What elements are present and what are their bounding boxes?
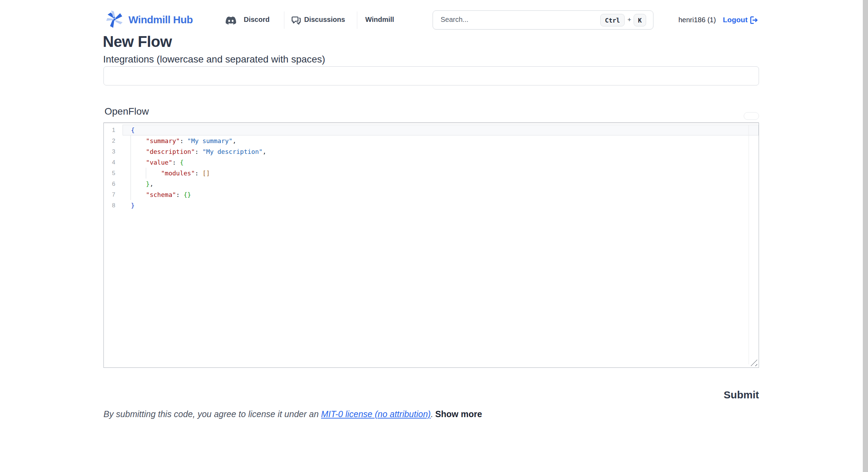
logo-title[interactable]: Windmill Hub (128, 14, 193, 26)
openflow-code-editor[interactable]: 12345678 { "summary": "My summary", "des… (103, 123, 759, 368)
code-line[interactable]: "summary": "My summary", (123, 135, 759, 146)
line-number: 1 (104, 125, 115, 135)
discussions-icon (292, 16, 301, 25)
kbd-plus: + (627, 16, 631, 24)
line-number: 7 (104, 189, 115, 200)
search-input[interactable]: Search... Ctrl + K (433, 10, 653, 30)
line-number: 2 (104, 135, 115, 146)
nav-discussions[interactable]: Discussions (304, 16, 345, 24)
line-number: 6 (104, 179, 115, 189)
nav-separator (357, 11, 357, 29)
indent-guide (131, 135, 131, 200)
indent-guide (146, 168, 146, 179)
line-number: 4 (104, 157, 115, 168)
logout-icon[interactable] (749, 15, 759, 25)
windmill-hub-page: Windmill Hub Discord Discussions Windmil… (0, 0, 868, 472)
search-placeholder: Search... (441, 16, 468, 24)
resize-handle-icon[interactable] (751, 359, 757, 366)
code-lines[interactable]: { "summary": "My summary", "description"… (123, 125, 759, 211)
openflow-label: OpenFlow (105, 106, 149, 117)
editor-toggle[interactable] (744, 112, 759, 120)
logout-link[interactable]: Logout (723, 16, 748, 24)
code-line[interactable]: { (123, 125, 759, 135)
user-name: henri186 (1) (678, 16, 716, 24)
line-number-gutter: 12345678 (104, 125, 115, 211)
integrations-label: Integrations (lowercase and separated wi… (103, 54, 325, 65)
kbd-ctrl: Ctrl (600, 14, 625, 26)
nav-windmill[interactable]: Windmill (365, 16, 394, 24)
show-more-link[interactable]: Show more (435, 409, 482, 419)
nav-separator (284, 11, 284, 29)
integrations-input[interactable] (103, 66, 759, 85)
code-line[interactable]: "schema": {} (123, 189, 759, 200)
code-line[interactable]: "modules": [] (123, 168, 759, 179)
windmill-logo-icon[interactable] (105, 9, 124, 30)
discord-icon (226, 15, 236, 26)
page-title: New Flow (103, 33, 172, 50)
kbd-k: K (634, 14, 646, 26)
code-line[interactable]: "value": { (123, 157, 759, 168)
code-line[interactable]: "description": "My description", (123, 146, 759, 157)
nav-discord[interactable]: Discord (244, 16, 269, 24)
page-scrollbar[interactable] (863, 0, 868, 472)
license-notice: By submitting this code, you agree to li… (103, 409, 482, 419)
editor-scrollbar-track[interactable] (749, 125, 749, 364)
code-line[interactable]: } (123, 200, 759, 211)
license-text: By submitting this code, you agree to li… (103, 409, 321, 419)
submit-button[interactable]: Submit (724, 389, 759, 401)
line-number: 5 (104, 168, 115, 179)
license-period: . (431, 409, 433, 419)
license-link[interactable]: MIT-0 license (no attribution) (321, 409, 431, 419)
line-number: 3 (104, 146, 115, 157)
line-number: 8 (104, 200, 115, 211)
code-line[interactable]: }, (123, 179, 759, 189)
